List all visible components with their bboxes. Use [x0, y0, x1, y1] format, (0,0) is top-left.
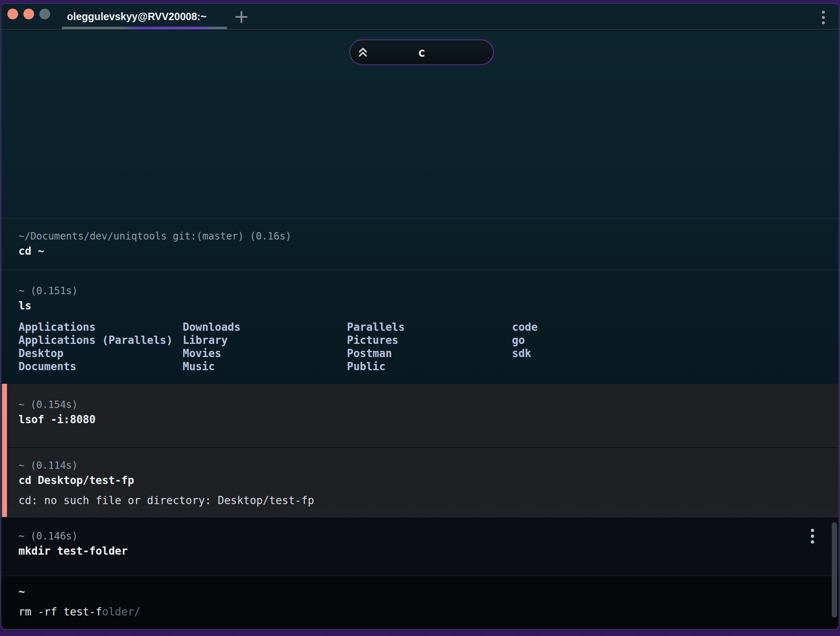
prompt-directory: ~ — [18, 585, 839, 598]
command-input[interactable]: rm -rf test-folder/ — [18, 605, 839, 619]
block-error-output: cd: no such file or directory: Desktop/t… — [18, 493, 839, 507]
tab-indicator-glitch — [123, 27, 218, 29]
block-command: ls — [18, 299, 839, 313]
listing-item: Library — [183, 334, 347, 347]
block-menu-icon[interactable] — [811, 529, 814, 544]
block-command: cd Desktop/test-fp — [18, 473, 839, 487]
block-context-header: ~ (0.114s) — [18, 459, 839, 472]
listing-item: Documents — [18, 360, 183, 373]
minimize-button[interactable] — [23, 9, 34, 19]
tab-active-indicator — [62, 27, 227, 29]
typed-text: rm -rf test-f — [18, 606, 102, 618]
command-block-mkdir: ~ (0.146s) mkdir test-folder — [1, 517, 839, 576]
listing-item: Desktop — [18, 347, 183, 360]
listing-item: sdk — [512, 347, 839, 360]
listing-item: Movies — [183, 347, 347, 360]
terminal-window: oleggulevskyy@RVV20008:~ + c ~/Documents… — [1, 3, 839, 629]
terminal-content: c ~/Documents/dev/uniqtools git:(master)… — [1, 31, 839, 629]
block-context-header: ~ (0.151s) — [18, 285, 839, 297]
window-menu-icon[interactable] — [822, 11, 825, 24]
scrollbar-thumb[interactable] — [832, 522, 837, 618]
command-block-lsof: ~ (0.154s) lsof -i:8080 — [1, 384, 839, 447]
listing-item: Parallels — [347, 320, 512, 334]
listing-item: Applications — [18, 320, 183, 334]
fullscreen-button[interactable] — [39, 9, 50, 19]
listing-item: Postman — [347, 347, 512, 360]
listing-item: go — [512, 334, 839, 347]
block-context-header: ~/Documents/dev/uniqtools git:(master) (… — [18, 230, 839, 242]
block-command: mkdir test-folder — [18, 544, 839, 558]
listing-item: code — [512, 320, 839, 334]
command-block-cd-testfp: ~ (0.114s) cd Desktop/test-fp cd: no suc… — [1, 448, 839, 517]
ls-output-grid: Applications Applications (Parallels) De… — [18, 320, 839, 373]
block-context-header: ~ (0.154s) — [18, 399, 839, 411]
block-command: lsof -i:8080 — [18, 412, 839, 426]
listing-item: Applications (Parallels) — [18, 334, 183, 347]
listing-item: Music — [183, 360, 347, 373]
traffic-lights — [7, 9, 50, 19]
listing-item: Downloads — [183, 320, 347, 334]
close-button[interactable] — [7, 9, 18, 19]
command-block-ls: ~ (0.151s) ls Applications Applications … — [1, 270, 839, 384]
command-block-cd-home: ~/Documents/dev/uniqtools git:(master) (… — [1, 218, 839, 270]
pill-key-label: c — [350, 45, 493, 60]
error-block-group: ~ (0.154s) lsof -i:8080 ~ (0.114s) cd De… — [1, 384, 839, 517]
listing-item: Public — [347, 360, 512, 373]
listing-item: Pictures — [347, 334, 512, 347]
scroll-to-bottom-pill[interactable]: c — [349, 39, 494, 65]
new-tab-icon[interactable]: + — [231, 5, 252, 28]
block-command: cd ~ — [18, 244, 839, 258]
prompt-input-block[interactable]: ~ rm -rf test-folder/ — [1, 576, 839, 629]
autosuggestion-text: older/ — [102, 606, 141, 618]
block-context-header: ~ (0.146s) — [18, 530, 839, 542]
tab-title[interactable]: oleggulevskyy@RVV20008:~ — [63, 11, 211, 23]
tab-bar: oleggulevskyy@RVV20008:~ + — [1, 4, 839, 30]
